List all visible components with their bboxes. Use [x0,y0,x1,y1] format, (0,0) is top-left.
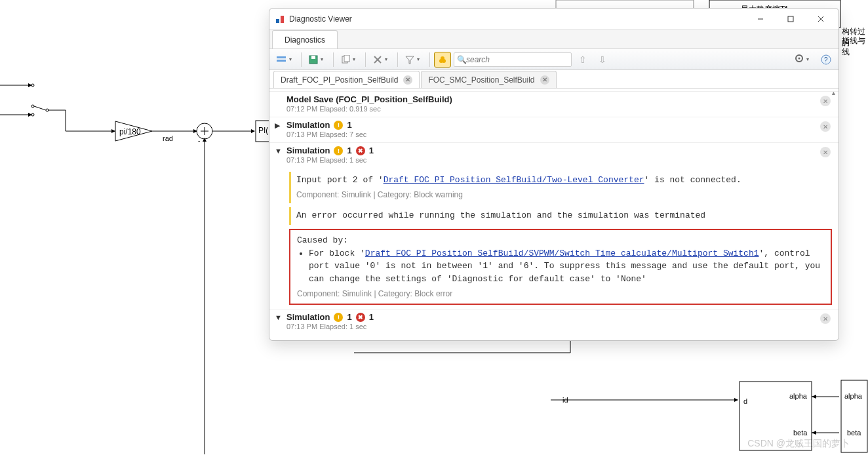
separator [333,52,334,67]
warn-count: 1 [347,120,351,130]
model-tab-label: Draft_FOC_PI_Position_SelfBuild [281,75,398,85]
close-icon[interactable]: ✕ [820,121,831,132]
titlebar[interactable]: Diagnostic Viewer [269,9,838,30]
warn-badge-icon: ! [334,146,343,155]
svg-point-49 [441,56,444,60]
entry-simulation-1[interactable]: ▶ Simulation ! 1 07:13 PM Elapsed: 7 sec… [269,117,838,142]
msg-footer: Component: Simulink | Category: Block wa… [296,189,828,201]
entry-model-save[interactable]: Model Save (FOC_PI_Position_SelfBuild) 0… [269,91,838,117]
tab-diagnostics[interactable]: Diagnostics [272,30,338,49]
port-d: d [743,397,747,405]
chevron-down-icon: ▾ [414,56,422,62]
chevron-down-icon: ▾ [286,56,294,62]
close-button[interactable] [806,9,836,29]
separator [429,52,430,67]
svg-rect-35 [788,16,793,22]
model-tab-label: FOC_SMC_Position_SelfBuild [428,75,534,85]
search-prev-button[interactable]: ⇧ [574,52,591,68]
chevron-down-icon: ▾ [318,56,326,62]
svg-text:?: ? [824,56,828,64]
toolbar: ▾ ▾ ▾ ▾ ▾ 🔍 ⇧ ⇩ [269,49,838,70]
entry-meta: 07:13 PM Elapsed: 1 sec [286,156,832,164]
copy-button[interactable]: ▾ [338,52,361,68]
tabrow: Diagnostics [269,30,838,49]
svg-rect-39 [277,60,286,62]
entry-meta: 07:13 PM Elapsed: 7 sec [286,130,832,138]
search-box[interactable]: 🔍 [454,52,572,67]
svg-marker-26 [812,395,816,399]
svg-point-51 [799,58,800,60]
close-icon[interactable]: ✕ [820,313,831,324]
separator [397,52,398,67]
separator [365,52,366,67]
collapse-arrow-icon[interactable]: ▼ [275,147,282,155]
simulink-icon [275,14,285,24]
err-count: 1 [369,146,374,155]
chevron-down-icon: ▾ [382,56,390,62]
gear-icon [795,54,804,65]
expand-arrow-icon[interactable]: ▶ [275,121,280,130]
separator [301,52,302,67]
entry-title: Model Save (FOC_PI_Position_SelfBuild) [286,94,452,104]
gain-label: pi/180 [119,127,141,136]
entry-simulation-3[interactable]: ▼ Simulation ! 1 ✖ 1 07:13 PM Elapsed: 1… [269,309,838,334]
model-tab-smc[interactable]: FOC_SMC_Position_SelfBuild ✕ [421,71,556,88]
warn-count: 1 [347,146,351,155]
block-link[interactable]: Draft_FOC_PI_Position_SelfBuild/SVPWM/Sw… [365,248,759,258]
clear-button[interactable]: ▾ [370,52,393,68]
pi-block-label: PI( [258,126,268,135]
filter-button[interactable]: ▾ [402,52,425,68]
error-badge-icon: ✖ [356,146,365,155]
window-title: Diagnostic Viewer [289,14,352,24]
svg-text:-: - [198,137,200,144]
svg-marker-46 [406,56,414,64]
search-next-button[interactable]: ⇩ [594,52,611,68]
warn-badge-icon: ! [334,121,343,130]
error-message: Caused by: For block 'Draft_FOC_PI_Posit… [289,229,832,305]
save-button[interactable]: ▾ [306,52,329,68]
error-badge-icon: ✖ [356,313,365,322]
svg-point-2 [31,105,34,108]
close-icon[interactable]: ✕ [403,75,412,85]
msg-text: For block ' [309,248,365,258]
entry-simulation-2[interactable]: ▼ Simulation ! 1 ✖ 1 07:13 PM Elapsed: 1… [269,142,838,168]
diagnostic-viewer-window: Diagnostic Viewer Diagnostics ▾ ▾ [269,8,839,341]
msg-text: Input port 2 of ' [296,175,384,185]
warn-count: 1 [347,312,351,322]
chevron-down-icon: ▾ [804,56,812,62]
close-icon[interactable]: ✕ [820,147,831,157]
error-header-message: An error occurred while running the simu… [289,207,832,225]
show-messages-button[interactable]: ▾ [273,52,297,68]
model-tab-draft[interactable]: Draft_FOC_PI_Position_SelfBuild ✕ [273,71,420,88]
help-button[interactable]: ? [818,52,835,68]
port-alpha-2: alpha [844,392,862,400]
minimize-button[interactable] [745,9,776,29]
err-count: 1 [369,312,374,322]
settings-button[interactable]: ▾ [791,52,815,68]
svg-rect-32 [276,19,279,23]
svg-rect-38 [277,56,286,58]
model-tabs: Draft_FOC_PI_Position_SelfBuild ✕ FOC_SM… [269,70,838,89]
entry-title: Simulation [286,120,330,130]
message-list[interactable]: ▲ Model Save (FOC_PI_Position_SelfBuild)… [269,89,838,340]
port-beta-2: beta [847,429,861,437]
collapse-arrow-icon[interactable]: ▼ [275,313,282,321]
msg-footer: Component: Simulink | Category: Block er… [297,288,825,300]
watermark: CSDN @龙贼王国的萝卜 [747,438,850,450]
port-alpha: alpha [789,392,807,400]
entry-meta: 07:13 PM Elapsed: 1 sec [286,323,832,330]
msg-text: ' is not connected. [644,175,741,185]
entry-title: Simulation [286,146,330,155]
signal-id: id [562,396,568,404]
svg-rect-43 [344,55,349,62]
svg-rect-33 [281,16,284,23]
note-right2: 指线与线 [842,35,868,58]
block-link[interactable]: Draft_FOC_PI_Position_SelfBuild/Two-Leve… [384,175,644,185]
close-icon[interactable]: ✕ [820,96,831,106]
entry-title: Simulation [286,312,330,322]
maximize-button[interactable] [776,9,806,29]
warning-message: Input port 2 of 'Draft_FOC_PI_Position_S… [289,172,832,203]
highlight-button[interactable] [434,52,451,68]
close-icon[interactable]: ✕ [540,75,549,85]
search-input[interactable] [466,54,563,66]
